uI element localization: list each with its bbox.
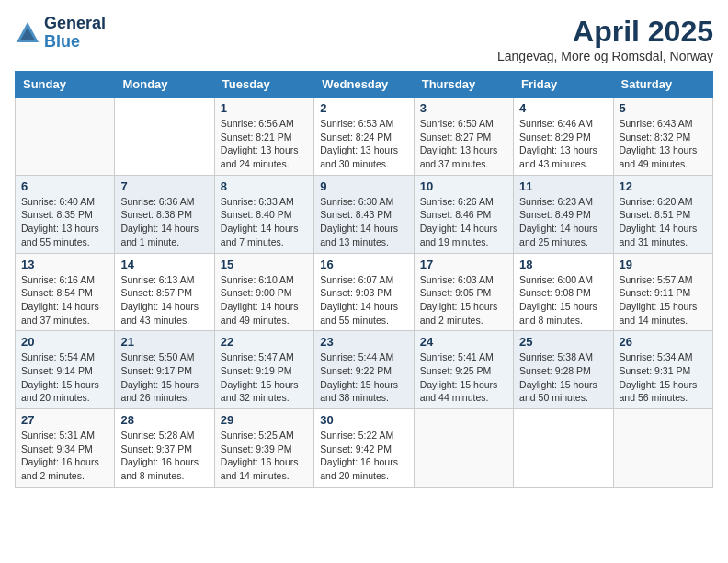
day-info: Sunrise: 6:50 AM Sunset: 8:27 PM Dayligh…: [420, 117, 507, 171]
calendar-cell: 14Sunrise: 6:13 AM Sunset: 8:57 PM Dayli…: [115, 253, 214, 331]
day-number: 21: [120, 335, 208, 349]
day-info: Sunrise: 6:00 AM Sunset: 9:08 PM Dayligh…: [519, 273, 607, 327]
day-number: 4: [519, 101, 607, 115]
day-info: Sunrise: 5:54 AM Sunset: 9:14 PM Dayligh…: [21, 350, 108, 405]
day-number: 16: [320, 258, 407, 271]
day-number: 3: [420, 101, 507, 115]
calendar-cell: [514, 409, 613, 488]
day-number: 12: [620, 179, 707, 193]
calendar-cell: 17Sunrise: 6:03 AM Sunset: 9:05 PM Dayli…: [414, 253, 513, 331]
day-number: 17: [420, 258, 507, 271]
logo-line1: General: [44, 15, 106, 33]
calendar-row-1: 1Sunrise: 6:56 AM Sunset: 8:21 PM Daylig…: [16, 98, 713, 176]
calendar-row-3: 13Sunrise: 6:16 AM Sunset: 8:54 PM Dayli…: [16, 253, 713, 331]
calendar-cell: 11Sunrise: 6:23 AM Sunset: 8:49 PM Dayli…: [514, 175, 613, 253]
day-info: Sunrise: 5:57 AM Sunset: 9:11 PM Dayligh…: [620, 273, 707, 327]
day-info: Sunrise: 6:46 AM Sunset: 8:29 PM Dayligh…: [519, 117, 607, 171]
day-info: Sunrise: 6:20 AM Sunset: 8:51 PM Dayligh…: [620, 195, 707, 249]
day-number: 18: [519, 258, 607, 271]
calendar-cell: 15Sunrise: 6:10 AM Sunset: 9:00 PM Dayli…: [214, 253, 313, 331]
day-info: Sunrise: 6:30 AM Sunset: 8:43 PM Dayligh…: [320, 195, 407, 249]
day-info: Sunrise: 6:26 AM Sunset: 8:46 PM Dayligh…: [420, 195, 507, 249]
calendar-header: SundayMondayTuesdayWednesdayThursdayFrid…: [16, 72, 713, 98]
day-info: Sunrise: 6:23 AM Sunset: 8:49 PM Dayligh…: [519, 195, 607, 249]
day-info: Sunrise: 5:47 AM Sunset: 9:19 PM Dayligh…: [221, 350, 308, 405]
day-number: 25: [519, 335, 607, 349]
day-info: Sunrise: 6:43 AM Sunset: 8:32 PM Dayligh…: [620, 117, 707, 171]
day-info: Sunrise: 6:07 AM Sunset: 9:03 PM Dayligh…: [320, 273, 407, 327]
calendar-cell: 3Sunrise: 6:50 AM Sunset: 8:27 PM Daylig…: [414, 98, 513, 176]
weekday-row: SundayMondayTuesdayWednesdayThursdayFrid…: [16, 72, 713, 98]
day-number: 15: [221, 258, 308, 271]
calendar-cell: [414, 409, 513, 488]
calendar-cell: [16, 98, 115, 176]
calendar-cell: 9Sunrise: 6:30 AM Sunset: 8:43 PM Daylig…: [314, 175, 414, 253]
day-info: Sunrise: 6:56 AM Sunset: 8:21 PM Dayligh…: [221, 117, 308, 171]
day-info: Sunrise: 5:22 AM Sunset: 9:42 PM Dayligh…: [320, 429, 407, 483]
calendar-cell: 2Sunrise: 6:53 AM Sunset: 8:24 PM Daylig…: [314, 98, 414, 176]
calendar-cell: 10Sunrise: 6:26 AM Sunset: 8:46 PM Dayli…: [414, 175, 513, 253]
calendar-body: 1Sunrise: 6:56 AM Sunset: 8:21 PM Daylig…: [16, 98, 713, 488]
day-number: 10: [420, 179, 507, 193]
calendar-cell: 7Sunrise: 6:36 AM Sunset: 8:38 PM Daylig…: [115, 175, 214, 253]
day-info: Sunrise: 5:28 AM Sunset: 9:37 PM Dayligh…: [120, 429, 208, 483]
day-number: 29: [221, 413, 308, 427]
calendar: SundayMondayTuesdayWednesdayThursdayFrid…: [15, 71, 713, 488]
day-number: 2: [320, 101, 407, 115]
weekday-header-wednesday: Wednesday: [314, 72, 414, 98]
day-number: 7: [120, 179, 208, 193]
calendar-cell: 1Sunrise: 6:56 AM Sunset: 8:21 PM Daylig…: [214, 98, 313, 176]
day-info: Sunrise: 5:25 AM Sunset: 9:39 PM Dayligh…: [221, 429, 308, 483]
calendar-cell: 25Sunrise: 5:38 AM Sunset: 9:28 PM Dayli…: [514, 331, 613, 409]
logo-line2: Blue: [44, 33, 106, 52]
calendar-cell: 24Sunrise: 5:41 AM Sunset: 9:25 PM Dayli…: [414, 331, 513, 409]
day-info: Sunrise: 5:41 AM Sunset: 9:25 PM Dayligh…: [420, 350, 507, 405]
calendar-cell: 22Sunrise: 5:47 AM Sunset: 9:19 PM Dayli…: [214, 331, 313, 409]
header: General Blue April 2025 Langevag, More o…: [15, 15, 713, 63]
weekday-header-tuesday: Tuesday: [214, 72, 313, 98]
calendar-cell: 4Sunrise: 6:46 AM Sunset: 8:29 PM Daylig…: [514, 98, 613, 176]
day-number: 9: [320, 179, 407, 193]
day-info: Sunrise: 5:38 AM Sunset: 9:28 PM Dayligh…: [519, 350, 607, 405]
calendar-cell: 5Sunrise: 6:43 AM Sunset: 8:32 PM Daylig…: [613, 98, 712, 176]
day-number: 30: [320, 413, 407, 427]
day-number: 24: [420, 335, 507, 349]
calendar-cell: 19Sunrise: 5:57 AM Sunset: 9:11 PM Dayli…: [613, 253, 712, 331]
calendar-cell: 29Sunrise: 5:25 AM Sunset: 9:39 PM Dayli…: [214, 409, 313, 488]
calendar-cell: 16Sunrise: 6:07 AM Sunset: 9:03 PM Dayli…: [314, 253, 414, 331]
day-info: Sunrise: 6:16 AM Sunset: 8:54 PM Dayligh…: [21, 273, 108, 327]
day-number: 19: [620, 258, 707, 271]
calendar-row-4: 20Sunrise: 5:54 AM Sunset: 9:14 PM Dayli…: [16, 331, 713, 409]
calendar-row-2: 6Sunrise: 6:40 AM Sunset: 8:35 PM Daylig…: [16, 175, 713, 253]
day-number: 20: [21, 335, 108, 349]
day-number: 1: [221, 101, 308, 115]
calendar-cell: 30Sunrise: 5:22 AM Sunset: 9:42 PM Dayli…: [314, 409, 414, 488]
calendar-cell: 12Sunrise: 6:20 AM Sunset: 8:51 PM Dayli…: [613, 175, 712, 253]
day-info: Sunrise: 5:34 AM Sunset: 9:31 PM Dayligh…: [620, 350, 707, 405]
logo: General Blue: [15, 15, 106, 52]
day-number: 26: [620, 335, 707, 349]
day-info: Sunrise: 6:33 AM Sunset: 8:40 PM Dayligh…: [221, 195, 308, 249]
main-title: April 2025: [497, 15, 713, 49]
day-number: 27: [21, 413, 108, 427]
day-info: Sunrise: 6:36 AM Sunset: 8:38 PM Dayligh…: [120, 195, 208, 249]
day-number: 28: [120, 413, 208, 427]
calendar-cell: [115, 98, 214, 176]
calendar-cell: 27Sunrise: 5:31 AM Sunset: 9:34 PM Dayli…: [16, 409, 115, 488]
day-number: 11: [519, 179, 607, 193]
calendar-cell: 18Sunrise: 6:00 AM Sunset: 9:08 PM Dayli…: [514, 253, 613, 331]
weekday-header-thursday: Thursday: [414, 72, 513, 98]
calendar-cell: 21Sunrise: 5:50 AM Sunset: 9:17 PM Dayli…: [115, 331, 214, 409]
logo-icon: [15, 20, 40, 46]
day-info: Sunrise: 6:03 AM Sunset: 9:05 PM Dayligh…: [420, 273, 507, 327]
day-number: 23: [320, 335, 407, 349]
calendar-cell: 13Sunrise: 6:16 AM Sunset: 8:54 PM Dayli…: [16, 253, 115, 331]
calendar-row-5: 27Sunrise: 5:31 AM Sunset: 9:34 PM Dayli…: [16, 409, 713, 488]
day-info: Sunrise: 5:44 AM Sunset: 9:22 PM Dayligh…: [320, 350, 407, 405]
day-number: 14: [120, 258, 208, 271]
day-number: 5: [620, 101, 707, 115]
calendar-cell: 6Sunrise: 6:40 AM Sunset: 8:35 PM Daylig…: [16, 175, 115, 253]
day-info: Sunrise: 5:31 AM Sunset: 9:34 PM Dayligh…: [21, 429, 108, 483]
calendar-cell: [613, 409, 712, 488]
day-number: 22: [221, 335, 308, 349]
